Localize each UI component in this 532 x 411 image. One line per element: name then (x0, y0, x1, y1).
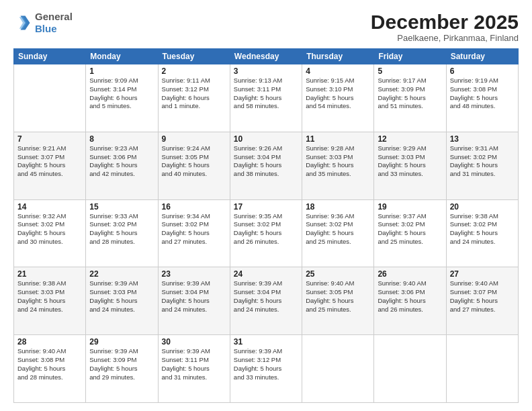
day-info: Sunrise: 9:15 AM Sunset: 3:10 PM Dayligh… (306, 77, 370, 111)
day-cell: 16Sunrise: 9:34 AM Sunset: 3:02 PM Dayli… (158, 199, 230, 267)
day-cell: 30Sunrise: 9:39 AM Sunset: 3:11 PM Dayli… (158, 335, 230, 403)
day-info: Sunrise: 9:11 AM Sunset: 3:12 PM Dayligh… (162, 77, 226, 111)
day-info: Sunrise: 9:09 AM Sunset: 3:14 PM Dayligh… (89, 77, 154, 111)
day-number: 20 (450, 202, 515, 212)
week-row-5: 28Sunrise: 9:40 AM Sunset: 3:08 PM Dayli… (14, 335, 519, 403)
day-cell: 24Sunrise: 9:39 AM Sunset: 3:04 PM Dayli… (230, 267, 302, 335)
day-info: Sunrise: 9:39 AM Sunset: 3:04 PM Dayligh… (162, 279, 226, 314)
day-cell: 29Sunrise: 9:39 AM Sunset: 3:09 PM Dayli… (86, 335, 158, 403)
day-info: Sunrise: 9:40 AM Sunset: 3:06 PM Dayligh… (378, 279, 442, 314)
day-number: 23 (162, 269, 226, 279)
day-info: Sunrise: 9:23 AM Sunset: 3:06 PM Dayligh… (89, 144, 154, 179)
day-cell (374, 335, 446, 403)
day-number: 29 (89, 337, 154, 347)
day-number: 18 (306, 202, 370, 212)
day-info: Sunrise: 9:39 AM Sunset: 3:09 PM Dayligh… (89, 347, 154, 381)
day-number: 30 (162, 337, 226, 347)
day-number: 1 (89, 66, 154, 76)
day-info: Sunrise: 9:13 AM Sunset: 3:11 PM Dayligh… (234, 77, 298, 111)
day-info: Sunrise: 9:34 AM Sunset: 3:02 PM Dayligh… (162, 212, 226, 246)
day-cell: 26Sunrise: 9:40 AM Sunset: 3:06 PM Dayli… (374, 267, 446, 335)
day-info: Sunrise: 9:40 AM Sunset: 3:08 PM Dayligh… (17, 347, 82, 381)
day-info: Sunrise: 9:28 AM Sunset: 3:03 PM Dayligh… (306, 144, 370, 179)
day-info: Sunrise: 9:39 AM Sunset: 3:11 PM Dayligh… (162, 347, 226, 381)
column-header-saturday: Saturday (446, 49, 518, 64)
day-number: 14 (17, 202, 82, 212)
day-cell: 3Sunrise: 9:13 AM Sunset: 3:11 PM Daylig… (230, 64, 302, 132)
header-row: SundayMondayTuesdayWednesdayThursdayFrid… (14, 49, 519, 64)
day-number: 21 (17, 269, 82, 279)
day-info: Sunrise: 9:33 AM Sunset: 3:02 PM Dayligh… (89, 212, 154, 246)
week-row-2: 7Sunrise: 9:21 AM Sunset: 3:07 PM Daylig… (14, 132, 519, 199)
day-number: 13 (450, 134, 515, 144)
day-info: Sunrise: 9:38 AM Sunset: 3:02 PM Dayligh… (450, 212, 515, 246)
day-cell: 5Sunrise: 9:17 AM Sunset: 3:09 PM Daylig… (374, 64, 446, 132)
day-cell: 20Sunrise: 9:38 AM Sunset: 3:02 PM Dayli… (446, 199, 518, 267)
day-number: 9 (162, 134, 226, 144)
day-cell: 25Sunrise: 9:40 AM Sunset: 3:05 PM Dayli… (302, 267, 374, 335)
day-cell: 31Sunrise: 9:39 AM Sunset: 3:12 PM Dayli… (230, 335, 302, 403)
day-number: 10 (234, 134, 298, 144)
day-cell: 1Sunrise: 9:09 AM Sunset: 3:14 PM Daylig… (86, 64, 158, 132)
day-cell (14, 64, 86, 132)
day-number: 7 (17, 134, 82, 144)
day-cell: 7Sunrise: 9:21 AM Sunset: 3:07 PM Daylig… (14, 132, 86, 199)
day-info: Sunrise: 9:35 AM Sunset: 3:02 PM Dayligh… (234, 212, 298, 246)
calendar-body: 1Sunrise: 9:09 AM Sunset: 3:14 PM Daylig… (14, 64, 519, 403)
day-info: Sunrise: 9:39 AM Sunset: 3:12 PM Dayligh… (234, 347, 298, 381)
day-number: 28 (17, 337, 82, 347)
day-info: Sunrise: 9:37 AM Sunset: 3:02 PM Dayligh… (378, 212, 442, 246)
day-cell: 9Sunrise: 9:24 AM Sunset: 3:05 PM Daylig… (158, 132, 230, 199)
day-cell: 4Sunrise: 9:15 AM Sunset: 3:10 PM Daylig… (302, 64, 374, 132)
column-header-tuesday: Tuesday (158, 49, 230, 64)
day-info: Sunrise: 9:24 AM Sunset: 3:05 PM Dayligh… (162, 144, 226, 179)
week-row-3: 14Sunrise: 9:32 AM Sunset: 3:02 PM Dayli… (14, 199, 519, 267)
day-cell: 11Sunrise: 9:28 AM Sunset: 3:03 PM Dayli… (302, 132, 374, 199)
day-info: Sunrise: 9:17 AM Sunset: 3:09 PM Dayligh… (378, 77, 442, 111)
day-info: Sunrise: 9:40 AM Sunset: 3:05 PM Dayligh… (306, 279, 370, 314)
day-number: 4 (306, 66, 370, 76)
day-cell: 15Sunrise: 9:33 AM Sunset: 3:02 PM Dayli… (86, 199, 158, 267)
day-cell: 21Sunrise: 9:38 AM Sunset: 3:03 PM Dayli… (14, 267, 86, 335)
day-info: Sunrise: 9:32 AM Sunset: 3:02 PM Dayligh… (17, 212, 82, 246)
day-info: Sunrise: 9:39 AM Sunset: 3:03 PM Dayligh… (89, 279, 154, 314)
logo-icon (13, 13, 32, 32)
day-info: Sunrise: 9:31 AM Sunset: 3:02 PM Dayligh… (450, 144, 515, 179)
logo-blue-text: Blue (35, 23, 57, 34)
logo: General Blue (13, 11, 73, 35)
week-row-4: 21Sunrise: 9:38 AM Sunset: 3:03 PM Dayli… (14, 267, 519, 335)
day-info: Sunrise: 9:38 AM Sunset: 3:03 PM Dayligh… (17, 279, 82, 314)
day-cell: 18Sunrise: 9:36 AM Sunset: 3:02 PM Dayli… (302, 199, 374, 267)
day-number: 22 (89, 269, 154, 279)
day-cell (302, 335, 374, 403)
day-info: Sunrise: 9:40 AM Sunset: 3:07 PM Dayligh… (450, 279, 515, 314)
day-cell: 27Sunrise: 9:40 AM Sunset: 3:07 PM Dayli… (446, 267, 518, 335)
day-cell: 6Sunrise: 9:19 AM Sunset: 3:08 PM Daylig… (446, 64, 518, 132)
subtitle: Paelkaene, Pirkanmaa, Finland (371, 33, 519, 43)
calendar: SundayMondayTuesdayWednesdayThursdayFrid… (13, 48, 519, 403)
page: General Blue December 2025 Paelkaene, Pi… (0, 0, 532, 411)
logo-general-text: General (35, 11, 73, 22)
day-info: Sunrise: 9:21 AM Sunset: 3:07 PM Dayligh… (17, 144, 82, 179)
day-number: 12 (378, 134, 442, 144)
day-info: Sunrise: 9:26 AM Sunset: 3:04 PM Dayligh… (234, 144, 298, 179)
day-info: Sunrise: 9:39 AM Sunset: 3:04 PM Dayligh… (234, 279, 298, 314)
day-number: 27 (450, 269, 515, 279)
day-cell: 8Sunrise: 9:23 AM Sunset: 3:06 PM Daylig… (86, 132, 158, 199)
day-number: 25 (306, 269, 370, 279)
day-cell: 28Sunrise: 9:40 AM Sunset: 3:08 PM Dayli… (14, 335, 86, 403)
day-info: Sunrise: 9:29 AM Sunset: 3:03 PM Dayligh… (378, 144, 442, 179)
day-number: 8 (89, 134, 154, 144)
day-number: 26 (378, 269, 442, 279)
day-cell: 23Sunrise: 9:39 AM Sunset: 3:04 PM Dayli… (158, 267, 230, 335)
day-cell: 14Sunrise: 9:32 AM Sunset: 3:02 PM Dayli… (14, 199, 86, 267)
day-cell: 10Sunrise: 9:26 AM Sunset: 3:04 PM Dayli… (230, 132, 302, 199)
column-header-monday: Monday (86, 49, 158, 64)
day-number: 19 (378, 202, 442, 212)
logo-text: General Blue (35, 11, 73, 35)
day-number: 24 (234, 269, 298, 279)
title-block: December 2025 Paelkaene, Pirkanmaa, Finl… (371, 11, 519, 43)
day-number: 2 (162, 66, 226, 76)
day-cell: 17Sunrise: 9:35 AM Sunset: 3:02 PM Dayli… (230, 199, 302, 267)
column-header-thursday: Thursday (302, 49, 374, 64)
